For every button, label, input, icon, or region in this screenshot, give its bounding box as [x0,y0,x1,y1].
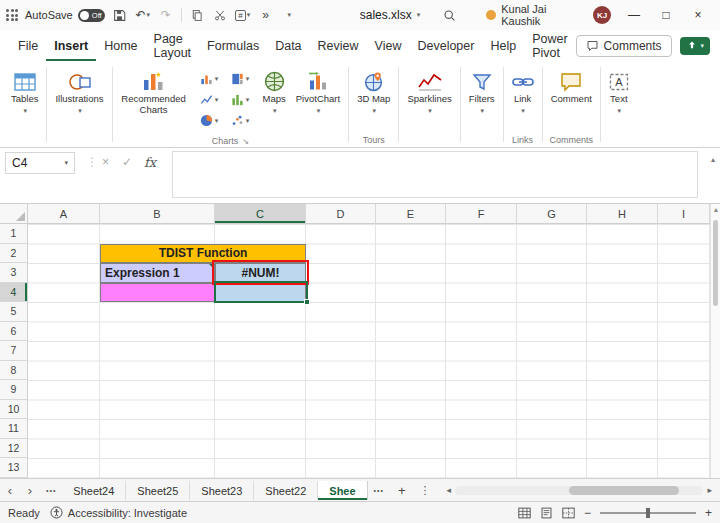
close-button[interactable]: × [682,1,714,29]
column-header-d[interactable]: D [306,204,376,224]
vertical-scroll-thumb[interactable] [713,220,718,306]
row-header-9[interactable]: 9 [0,380,28,400]
tab-developer[interactable]: Developer [409,32,482,61]
row-header-8[interactable]: 8 [0,361,28,381]
link-button[interactable]: Link ▾ [507,64,539,116]
sheet-tab-sheet25[interactable]: Sheet25 [126,481,190,500]
account-button[interactable]: Kunal Jai Kaushik KJ [486,3,611,27]
select-all-corner[interactable] [0,204,28,224]
share-button[interactable]: ▾ [680,37,711,55]
sheet-menu-button[interactable]: ⋮ [414,484,437,497]
row-header-12[interactable]: 12 [0,439,28,459]
name-box[interactable]: C4 ▾ [5,152,75,174]
cell-expression-1[interactable]: Expression 1 [100,263,215,283]
row-header-13[interactable]: 13 [0,458,28,478]
cancel-entry-icon[interactable]: × [102,155,109,169]
row-header-10[interactable]: 10 [0,400,28,420]
sparklines-button[interactable]: Sparklines ▾ [402,64,456,116]
zoom-out-button[interactable]: − [584,506,591,520]
horizontal-scrollbar[interactable]: ◂ ▸ [443,485,720,495]
number-format-button[interactable]: #▾ [235,5,251,25]
comment-button[interactable]: Comment [546,64,597,106]
redo-button[interactable]: ↷ [158,5,174,25]
zoom-in-button[interactable]: + [705,506,712,520]
insert-line-chart-button[interactable]: ▾ [194,89,225,110]
illustrations-button[interactable]: Illustrations ▾ [50,64,108,116]
tab-formulas[interactable]: Formulas [199,32,267,61]
filters-button[interactable]: Filters ▾ [464,64,500,116]
column-header-f[interactable]: F [446,204,517,224]
tab-review[interactable]: Review [310,32,367,61]
column-header-e[interactable]: E [376,204,446,224]
search-button[interactable] [441,5,457,25]
maps-button[interactable]: Maps ▾ [258,64,291,116]
minimize-button[interactable]: — [618,1,650,29]
insert-scatter-chart-button[interactable]: ▾ [225,110,256,131]
tab-help[interactable]: Help [482,32,524,61]
column-header-b[interactable]: B [100,204,215,224]
save-button[interactable] [112,5,128,25]
sheet-nav-next-button[interactable]: › [20,483,40,498]
column-header-g[interactable]: G [517,204,587,224]
column-header-a[interactable]: A [28,204,100,224]
scroll-left-icon[interactable]: ◂ [443,485,456,495]
scroll-up-icon[interactable]: ▲ [711,206,720,213]
cells-area[interactable]: TDIST Function Expression 1 #NUM! [28,224,710,478]
tab-insert[interactable]: Insert [46,32,96,61]
row-header-11[interactable]: 11 [0,419,28,439]
3d-map-button[interactable]: 3D Map ▾ [352,64,395,116]
horizontal-scroll-thumb[interactable] [569,486,678,495]
row-header-5[interactable]: 5 [0,302,28,322]
row-header-6[interactable]: 6 [0,322,28,342]
sheet-nav-prev-button[interactable]: ‹ [0,483,20,498]
comments-button[interactable]: Comments [576,35,672,57]
insert-column-chart-button[interactable]: ▾ [194,68,225,89]
sheet-tab-active[interactable]: Shee [318,481,367,500]
sheet-overflow-right-button[interactable]: ••• [368,487,390,494]
vertical-scrollbar[interactable]: ▲ [710,204,720,478]
document-title[interactable]: sales.xlsx ▾ [360,8,421,22]
collapse-formula-bar-icon[interactable]: ▴ [711,155,715,164]
page-break-view-button[interactable] [562,507,575,519]
page-layout-view-button[interactable] [540,507,553,519]
pivotchart-button[interactable]: PivotChart ▾ [291,64,345,116]
maximize-button[interactable]: □ [650,1,682,29]
row-header-7[interactable]: 7 [0,341,28,361]
fill-handle[interactable] [304,299,310,305]
more-commands-button[interactable]: » [258,5,274,25]
sheet-tab-sheet24[interactable]: Sheet24 [62,481,126,500]
scroll-right-icon[interactable]: ▸ [703,485,716,495]
row-header-2[interactable]: 2 [0,244,28,264]
column-header-c[interactable]: C [215,204,306,224]
text-button[interactable]: A Text ▾ [604,64,634,116]
zoom-slider-thumb[interactable] [646,508,650,518]
tab-view[interactable]: View [367,32,410,61]
insert-function-button[interactable]: fx [144,155,156,170]
row-header-3[interactable]: 3 [0,263,28,283]
sheet-overflow-left-button[interactable]: ••• [40,487,62,494]
normal-view-button[interactable] [518,507,531,519]
recommended-charts-button[interactable]: Recommended Charts [116,64,192,117]
undo-button[interactable]: ↶▾ [135,5,151,25]
new-sheet-button[interactable]: + [390,483,414,498]
cell-b4-input[interactable] [100,283,215,303]
autosave-toggle[interactable]: AutoSave Off [25,9,105,22]
zoom-slider[interactable] [600,512,696,514]
sheet-tab-sheet23[interactable]: Sheet23 [190,481,254,500]
cut-button[interactable] [212,5,228,25]
tab-file[interactable]: File [10,32,46,61]
copy-button[interactable] [189,5,205,25]
insert-pie-chart-button[interactable]: ▾ [194,110,225,131]
column-header-i[interactable]: I [658,204,710,224]
insert-hierarchy-chart-button[interactable]: ▾ [225,68,256,89]
customize-quick-access-button[interactable]: ▾ [281,5,297,25]
tables-button[interactable]: Tables ▾ [6,64,43,116]
insert-statistic-chart-button[interactable]: ▾ [225,89,256,110]
sheet-tab-sheet22[interactable]: Sheet22 [254,481,318,500]
row-header-1[interactable]: 1 [0,224,28,244]
charts-dialog-launcher-icon[interactable]: ↘ [242,137,249,146]
app-launcher-icon[interactable] [6,9,18,21]
name-box-resizer[interactable]: ⋮ [86,155,98,169]
accessibility-status[interactable]: Accessibility: Investigate [50,506,187,519]
column-header-h[interactable]: H [587,204,658,224]
